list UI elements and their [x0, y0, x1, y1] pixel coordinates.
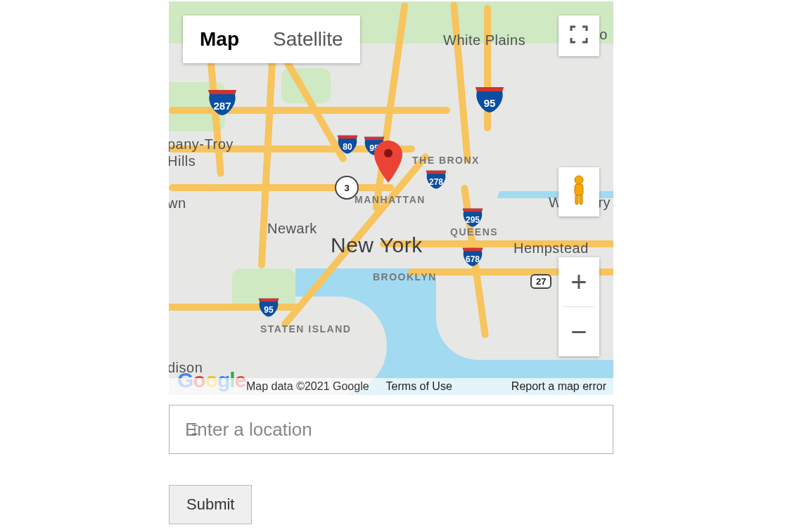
zoom-out-button[interactable]: − [559, 307, 599, 356]
route-27: 27 [530, 274, 551, 289]
label-brooklyn: BROOKLYN [373, 271, 437, 283]
shield-label: 95 [257, 305, 280, 315]
map-container: 287 95 80 95 278 295 [169, 1, 613, 395]
road [169, 184, 394, 191]
shield-i80: 80 [336, 134, 359, 155]
zoom-in-button[interactable]: + [559, 257, 599, 306]
shield-i95-top: 95 [474, 84, 505, 114]
submit-button[interactable]: Submit [169, 485, 252, 524]
label-hempstead: Hempstead [513, 240, 589, 257]
shield-i295: 295 [461, 207, 484, 228]
street-view-button[interactable] [559, 167, 599, 216]
shield-i278: 278 [425, 169, 447, 190]
fullscreen-icon [569, 25, 589, 47]
label-hills: Hills [169, 153, 196, 169]
svg-rect-4 [580, 195, 582, 205]
shield-label: 80 [336, 142, 359, 152]
road [169, 304, 302, 311]
zoom-control: + − [559, 257, 599, 356]
label-wn: wn [169, 195, 186, 212]
label-staten-island: STATEN ISLAND [260, 323, 351, 335]
label-white-plains: White Plains [443, 32, 525, 48]
map-data-credit: Map data ©2021 Google [246, 380, 369, 393]
shield-i287: 287 [207, 87, 238, 117]
map-canvas[interactable]: 287 95 80 95 278 295 [169, 1, 613, 395]
report-error-link[interactable]: Report a map error [511, 380, 606, 393]
svg-rect-3 [575, 195, 578, 205]
map-type-satellite-button[interactable]: Satellite [256, 15, 360, 63]
plus-icon: + [570, 266, 587, 298]
label-pany-troy: pany-Troy [169, 136, 234, 153]
shield-label: 278 [425, 177, 447, 187]
map-type-map-button[interactable]: Map [183, 15, 256, 63]
shield-label: 295 [461, 215, 484, 225]
label-queens: QUEENS [450, 226, 498, 238]
page-root: 287 95 80 95 278 295 [0, 0, 785, 532]
fullscreen-button[interactable] [559, 15, 599, 56]
svg-point-1 [575, 176, 583, 184]
map-footer: Map data ©2021 Google Terms of Use Repor… [169, 378, 613, 395]
shield-i95-bottom: 95 [257, 297, 280, 318]
shield-label: 678 [461, 254, 484, 264]
label-manhattan: MANHATTAN [355, 194, 426, 205]
route-label: 27 [536, 276, 546, 287]
location-input[interactable] [169, 405, 613, 454]
svg-point-0 [384, 149, 392, 157]
label-new-york: New York [331, 233, 423, 257]
minus-icon: − [570, 316, 587, 348]
shield-i678: 678 [461, 246, 484, 267]
terms-link[interactable]: Terms of Use [386, 380, 452, 393]
label-bronx: THE BRONX [412, 155, 480, 166]
shield-label: 287 [207, 100, 238, 112]
label-newark: Newark [267, 221, 317, 237]
submit-button-label: Submit [186, 495, 234, 513]
svg-rect-2 [575, 184, 583, 195]
pegman-icon [568, 175, 589, 209]
map-type-control: Map Satellite [183, 15, 360, 63]
route-label: 3 [344, 183, 349, 193]
map-marker-icon[interactable] [374, 141, 402, 183]
shield-label: 95 [474, 97, 505, 109]
